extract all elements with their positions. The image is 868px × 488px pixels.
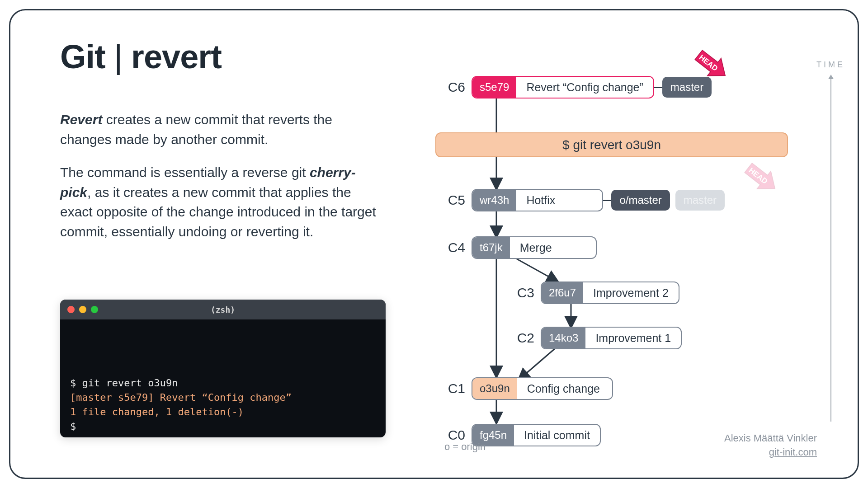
commit-msg: Improvement 2 <box>583 286 679 300</box>
commit-hash: wr43h <box>472 190 516 211</box>
terminal-line-2: [master s5e79] Revert “Config change” <box>70 390 376 405</box>
commit-msg: Hotfix <box>516 194 602 207</box>
tag-connector <box>654 87 662 88</box>
head-pointer: HEAD <box>691 49 731 80</box>
terminal-body: $ git revert o3u9n [master s5e79] Revert… <box>60 319 386 437</box>
commit-msg: Config change <box>517 382 612 395</box>
title-cmd: revert <box>131 38 222 75</box>
terminal-line-4: $ <box>70 419 376 434</box>
terminal-header: (zsh) <box>60 300 386 319</box>
commit-label: C2 <box>509 330 534 346</box>
para-2-b: , as it creates a new commit that applie… <box>60 185 376 239</box>
origin-legend: o = origin <box>444 441 486 453</box>
commit-pill: s5e79 Revert “Config change” <box>472 76 654 99</box>
svg-line-3 <box>517 259 557 282</box>
commit-c1: C1 o3u9n Config change <box>440 377 613 400</box>
commit-label: C0 <box>440 427 465 443</box>
branch-tag-o-master: o/master <box>611 190 670 211</box>
branch-tag-master-faded: master <box>675 190 725 211</box>
commit-c3: C3 2f6u7 Improvement 2 <box>509 282 679 304</box>
commit-label: C4 <box>440 240 465 255</box>
head-pointer-faded: HEAD <box>741 162 781 193</box>
commit-pill: t67jk Merge <box>472 236 597 259</box>
title-prefix: Git <box>60 38 105 75</box>
commit-hash: 14ko3 <box>542 328 585 348</box>
commit-c5: C5 wr43h Hotfix o/master master <box>440 189 725 211</box>
git-graph: C6 s5e79 Revert “Config change” master H… <box>440 65 815 458</box>
commit-hash: 2f6u7 <box>542 282 583 303</box>
command-bar: $ git revert o3u9n <box>435 132 788 157</box>
terminal-title: (zsh) <box>60 305 386 314</box>
commit-c2: C2 14ko3 Improvement 1 <box>509 327 682 349</box>
commit-hash: t67jk <box>472 237 510 258</box>
commit-pill: fg45n Initial commit <box>472 424 601 446</box>
svg-line-5 <box>519 348 555 380</box>
credit-block: Alexis Määttä Vinkler git-init.com <box>724 432 817 460</box>
terminal-line-1: $ git revert o3u9n <box>70 376 376 390</box>
commit-label: C3 <box>509 285 534 300</box>
commit-hash: s5e79 <box>472 77 516 98</box>
terminal-window: (zsh) $ git revert o3u9n [master s5e79] … <box>60 300 386 437</box>
description-block: Revert creates a new commit that reverts… <box>60 110 386 255</box>
commit-pill: 14ko3 Improvement 1 <box>541 327 682 349</box>
time-axis-arrow <box>830 78 831 422</box>
terminal-line-3: 1 file changed, 1 deletion(-) <box>70 405 376 419</box>
tag-connector <box>603 200 611 201</box>
para-2: The command is essentially a reverse git… <box>60 163 386 241</box>
commit-label: C1 <box>440 381 465 396</box>
commit-msg: Revert “Config change” <box>516 81 653 94</box>
title-sep: | <box>105 38 131 75</box>
para-1-bold: Revert <box>60 112 102 127</box>
time-label: TIME <box>816 60 845 70</box>
commit-pill: wr43h Hotfix <box>472 189 603 211</box>
commit-hash: o3u9n <box>472 378 517 399</box>
commit-pill: 2f6u7 Improvement 2 <box>541 282 679 304</box>
command-bar-text: $ git revert o3u9n <box>562 138 661 152</box>
commit-pill: o3u9n Config change <box>472 377 613 400</box>
commit-msg: Initial commit <box>514 429 600 442</box>
para-1: Revert creates a new commit that reverts… <box>60 110 386 149</box>
credit-url: git-init.com <box>724 446 817 460</box>
slide-frame: Git | revert Revert creates a new commit… <box>9 9 859 479</box>
commit-msg: Merge <box>510 241 596 254</box>
commit-c4: C4 t67jk Merge <box>440 236 597 259</box>
commit-msg: Improvement 1 <box>585 332 681 345</box>
para-2-a: The command is essentially a reverse git <box>60 165 310 180</box>
commit-label: C6 <box>440 80 465 95</box>
commit-c6: C6 s5e79 Revert “Config change” master <box>440 76 712 99</box>
commit-label: C5 <box>440 192 465 208</box>
credit-name: Alexis Määttä Vinkler <box>724 432 817 446</box>
